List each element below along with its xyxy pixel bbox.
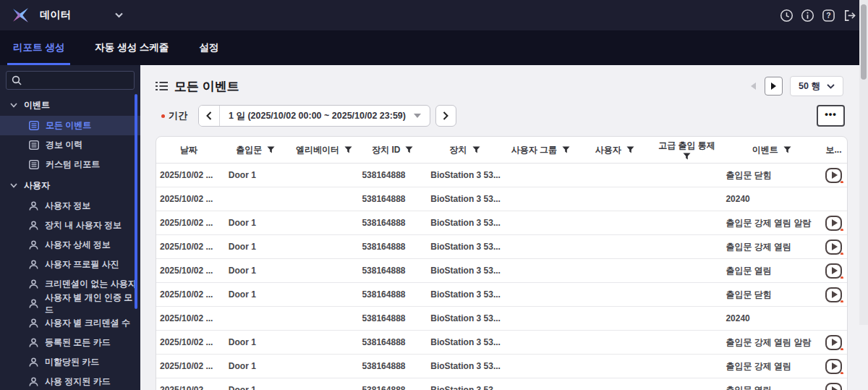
sidebar-item[interactable]: 사용자 상세 정보 bbox=[0, 235, 140, 255]
sidebar-group[interactable]: 이벤트 bbox=[0, 94, 140, 116]
cell-device: BioStation 3 53... bbox=[427, 337, 503, 347]
sidebar-item[interactable]: 사용자 별 개인 인증 모드 bbox=[0, 294, 140, 313]
app-title: 데이터 bbox=[40, 9, 72, 22]
sidebar-item[interactable]: 모든 이벤트 bbox=[0, 116, 140, 135]
cell-date: 2025/10/02 ... bbox=[156, 361, 221, 371]
user-icon bbox=[29, 240, 38, 250]
table-row[interactable]: 2025/10/02 ...Door 1538164888BioStation … bbox=[156, 283, 847, 307]
tab-0[interactable]: 리포트 생성 bbox=[7, 30, 70, 65]
user-icon bbox=[29, 260, 38, 269]
cell-device_id: 538164888 bbox=[358, 361, 427, 371]
chevron-down-icon bbox=[10, 183, 17, 188]
sidebar-item[interactable]: 사용 정지된 카드 bbox=[0, 372, 140, 390]
table-row[interactable]: 2025/10/02 ...Door 1538164888BioStation … bbox=[156, 355, 847, 378]
topbar-icons: ? bbox=[779, 8, 856, 22]
filter-icon[interactable] bbox=[472, 146, 480, 153]
column-header[interactable]: 장치 bbox=[427, 144, 503, 156]
play-video-button[interactable] bbox=[825, 383, 842, 390]
sidebar-item[interactable]: 사용자 프로필 사진 bbox=[0, 255, 140, 274]
column-header[interactable]: 날짜 bbox=[156, 144, 221, 156]
sidebar-scrollbar[interactable] bbox=[135, 94, 137, 309]
user-icon bbox=[29, 221, 38, 230]
help-icon[interactable]: ? bbox=[821, 8, 835, 22]
table-row[interactable]: 2025/10/02 ...Door 1538164888BioStation … bbox=[156, 259, 847, 283]
column-header[interactable]: 보... bbox=[820, 144, 847, 156]
caret-down-icon bbox=[414, 114, 421, 118]
period-row: 기간 1 일 (2025/10/02 00:00 ~ 2025/10/02 23… bbox=[156, 105, 848, 127]
column-header[interactable]: 이벤트 bbox=[723, 144, 820, 156]
cell-device: BioStation 3 53... bbox=[427, 385, 503, 390]
sidebar-item[interactable]: 사용자 별 크리덴셜 수 bbox=[0, 313, 140, 333]
main-scrollbar-thumb[interactable] bbox=[861, 4, 867, 80]
clock-icon[interactable] bbox=[779, 8, 793, 22]
table-header: 날짜 출입문 엘리베이터 장치 ID 장치 사용자 그룹 사용자 고급 출입 통… bbox=[156, 137, 847, 164]
sidebar-item[interactable]: 장치 내 사용자 정보 bbox=[0, 216, 140, 235]
cell-video bbox=[820, 383, 847, 390]
table-row[interactable]: 2025/10/02 ...Door 1538164888BioStation … bbox=[156, 235, 847, 259]
table-row[interactable]: 2025/10/02 ...538164888BioStation 3 53..… bbox=[156, 187, 847, 211]
filter-icon[interactable] bbox=[783, 146, 791, 153]
tab-1[interactable]: 자동 생성 스케줄 bbox=[89, 30, 174, 65]
next-page-button[interactable] bbox=[765, 77, 783, 96]
logout-icon[interactable] bbox=[842, 8, 856, 22]
table-row[interactable]: 2025/10/02 ...Door 1538164888BioStation … bbox=[156, 331, 847, 355]
play-video-button[interactable] bbox=[825, 263, 842, 279]
cell-event: 20240 bbox=[723, 194, 820, 204]
play-video-button[interactable] bbox=[825, 239, 842, 255]
table-row[interactable]: 2025/10/02 ...538164888BioStation 3 53..… bbox=[156, 307, 847, 331]
cell-device_id: 538164888 bbox=[358, 218, 427, 228]
app-menu-chevron-icon[interactable] bbox=[115, 12, 123, 18]
column-header[interactable]: 고급 출입 통제 bbox=[651, 140, 723, 160]
cell-device: BioStation 3 53... bbox=[427, 170, 503, 180]
main-scrollbar[interactable] bbox=[859, 0, 868, 325]
sidebar-search[interactable] bbox=[6, 71, 135, 90]
prev-page-button[interactable] bbox=[746, 77, 760, 95]
sidebar-item[interactable]: 미할당된 카드 bbox=[0, 352, 140, 372]
play-video-button[interactable] bbox=[825, 216, 842, 231]
app-logo-icon[interactable] bbox=[12, 6, 30, 25]
column-header[interactable]: 사용자 bbox=[579, 144, 651, 156]
period-select[interactable]: 1 일 (2025/10/02 00:00 ~ 2025/10/02 23:59… bbox=[220, 106, 430, 126]
filter-icon[interactable] bbox=[405, 146, 413, 153]
table-row[interactable]: 2025/10/02 ...Door 1538164888BioStation … bbox=[156, 164, 847, 187]
table-row[interactable]: 2025/10/02 ...Door 1538164888BioStation … bbox=[156, 378, 847, 390]
filter-icon[interactable] bbox=[626, 146, 634, 153]
column-header[interactable]: 엘리베이터 bbox=[290, 144, 359, 156]
filter-icon[interactable] bbox=[344, 146, 352, 153]
filter-icon[interactable] bbox=[562, 146, 570, 153]
report-icon bbox=[29, 160, 39, 169]
cell-device_id: 538164888 bbox=[358, 242, 427, 252]
play-video-button[interactable] bbox=[825, 168, 842, 183]
cell-date: 2025/10/02 ... bbox=[156, 337, 221, 347]
filter-icon[interactable] bbox=[683, 153, 691, 160]
required-dot bbox=[161, 114, 165, 118]
sidebar-group[interactable]: 사용자 bbox=[0, 174, 140, 196]
top-bar: 데이터 ? bbox=[0, 0, 868, 30]
play-video-button[interactable] bbox=[825, 287, 842, 302]
cell-door: Door 1 bbox=[221, 289, 290, 300]
user-icon bbox=[29, 279, 38, 289]
sidebar-item[interactable]: 사용자 정보 bbox=[0, 196, 140, 216]
report-icon bbox=[29, 121, 39, 130]
column-header[interactable]: 사용자 그룹 bbox=[503, 144, 579, 156]
info-icon[interactable] bbox=[800, 8, 814, 22]
rows-per-page-select[interactable]: 50 행 bbox=[790, 76, 843, 96]
sidebar-item[interactable]: 경보 이력 bbox=[0, 135, 140, 155]
table-row[interactable]: 2025/10/02 ...Door 1538164888BioStation … bbox=[156, 211, 847, 235]
sidebar-item[interactable]: 등록된 모든 카드 bbox=[0, 333, 140, 352]
play-video-button[interactable] bbox=[825, 359, 842, 374]
cell-device_id: 538164888 bbox=[358, 289, 427, 300]
cell-door: Door 1 bbox=[221, 266, 290, 276]
period-next-button[interactable] bbox=[435, 105, 456, 127]
play-video-button[interactable] bbox=[825, 335, 842, 350]
filter-icon[interactable] bbox=[267, 146, 275, 153]
tab-2[interactable]: 설정 bbox=[193, 30, 224, 65]
column-header[interactable]: 출입문 bbox=[221, 144, 290, 156]
period-prev-button[interactable] bbox=[199, 106, 220, 126]
cell-device_id: 538164888 bbox=[358, 313, 427, 323]
search-input[interactable] bbox=[26, 75, 129, 85]
cell-device_id: 538164888 bbox=[358, 266, 427, 276]
column-header[interactable]: 장치 ID bbox=[358, 144, 427, 156]
more-options-button[interactable]: ••• bbox=[817, 105, 845, 127]
sidebar-item[interactable]: 커스텀 리포트 bbox=[0, 155, 140, 174]
